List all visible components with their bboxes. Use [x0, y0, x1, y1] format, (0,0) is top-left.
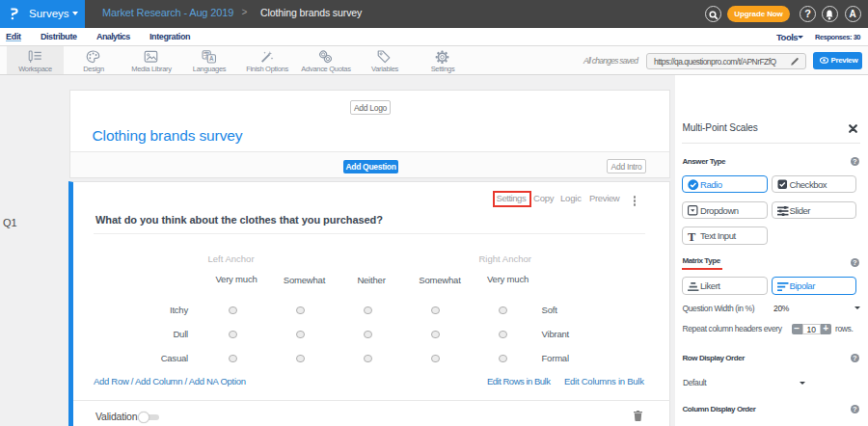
- svg-text:A: A: [209, 55, 214, 62]
